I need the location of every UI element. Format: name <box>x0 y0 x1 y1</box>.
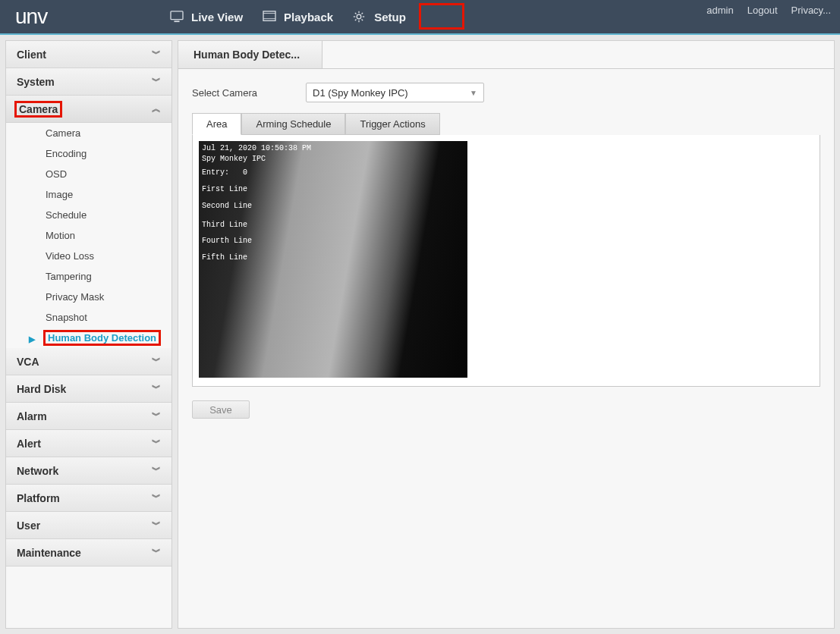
subtabs: Area Arming Schedule Trigger Actions <box>192 113 820 135</box>
sub-schedule[interactable]: Schedule <box>6 205 171 225</box>
nav-setup[interactable]: Setup <box>350 9 409 25</box>
sub-video-loss[interactable]: Video Loss <box>6 246 171 266</box>
overlay-camera-name: Spy Monkey IPC <box>202 155 266 163</box>
tab-arming-schedule[interactable]: Arming Schedule <box>241 113 345 135</box>
svg-rect-1 <box>174 20 179 22</box>
chevron-down-icon: ︾ <box>152 382 161 395</box>
sidebar-item-label: Alarm <box>17 410 47 422</box>
sidebar-item-label: Hard Disk <box>17 383 66 395</box>
sidebar-item-label: Network <box>17 465 58 477</box>
sidebar-item-label: Client <box>17 49 46 61</box>
sidebar-item-network[interactable]: Network ︾ <box>6 457 171 485</box>
save-button[interactable]: Save <box>192 400 250 419</box>
main-panel: Human Body Detec... Select Camera D1 (Sp… <box>178 40 835 629</box>
sidebar-item-client[interactable]: Client ︾ <box>6 41 171 68</box>
sidebar-item-alert[interactable]: Alert ︾ <box>6 430 171 457</box>
monitor-icon <box>170 11 184 23</box>
sub-camera[interactable]: Camera <box>6 123 171 143</box>
sub-human-body-detection[interactable]: ▶ Human Body Detection <box>6 328 171 348</box>
tab-area[interactable]: Area <box>192 113 241 135</box>
page-tabs: Human Body Detec... <box>178 41 834 69</box>
sub-encoding[interactable]: Encoding <box>6 143 171 164</box>
sidebar-item-user[interactable]: User ︾ <box>6 512 171 539</box>
sidebar-item-alarm[interactable]: Alarm ︾ <box>6 403 171 430</box>
top-bar: unv Live View Playback Setup admin Logou… <box>0 0 840 35</box>
link-admin[interactable]: admin <box>706 5 733 16</box>
nav-live-view-label: Live View <box>191 11 243 24</box>
select-camera-value: D1 (Spy Monkey IPC) <box>313 87 408 99</box>
sidebar-item-label: Maintenance <box>17 547 81 559</box>
sidebar-item-label: Human Body Detection <box>48 332 156 344</box>
svg-line-11 <box>362 20 363 21</box>
page-tab-hbd[interactable]: Human Body Detec... <box>178 41 322 68</box>
chevron-down-icon: ︾ <box>152 75 161 88</box>
svg-line-12 <box>355 20 357 21</box>
logo: unv <box>0 5 152 29</box>
sidebar-item-hard-disk[interactable]: Hard Disk ︾ <box>6 375 171 403</box>
sub-motion[interactable]: Motion <box>6 225 171 246</box>
svg-rect-0 <box>171 11 183 20</box>
sidebar-item-label: Alert <box>17 438 41 450</box>
chevron-down-icon: ︾ <box>152 48 161 61</box>
overlay-entry: Entry: 0 <box>202 168 247 177</box>
chevron-down-icon: ︾ <box>152 519 161 532</box>
link-logout[interactable]: Logout <box>747 5 778 16</box>
sidebar-item-label: User <box>17 519 40 532</box>
nav-setup-label: Setup <box>374 11 406 24</box>
highlight-hbd: Human Body Detection <box>43 330 161 346</box>
svg-line-10 <box>355 13 357 14</box>
overlay-line-1: First Line <box>202 185 247 193</box>
sub-osd[interactable]: OSD <box>6 164 171 184</box>
sidebar-item-maintenance[interactable]: Maintenance ︾ <box>6 539 171 567</box>
select-camera-label: Select Camera <box>192 87 306 99</box>
svg-point-5 <box>357 14 361 19</box>
tab-trigger-actions[interactable]: Trigger Actions <box>345 113 439 135</box>
highlight-camera: Camera <box>14 101 62 118</box>
overlay-timestamp: Jul 21, 2020 10:50:38 PM <box>202 144 311 152</box>
sidebar-item-system[interactable]: System ︾ <box>6 68 171 96</box>
sub-tampering[interactable]: Tampering <box>6 266 171 287</box>
user-links: admin Logout Privacy... <box>706 5 840 16</box>
overlay-line-2: Second Line <box>202 202 252 210</box>
nav-playback-label: Playback <box>284 11 333 24</box>
gear-icon <box>353 11 367 23</box>
sidebar-item-label: VCA <box>17 356 39 368</box>
overlay-line-5: Fifth Line <box>202 253 247 262</box>
film-icon <box>263 11 276 23</box>
chevron-down-icon: ︾ <box>152 410 161 422</box>
triangle-right-icon: ▶ <box>29 334 35 344</box>
sidebar-item-label: System <box>17 76 55 88</box>
camera-submenu: Camera Encoding OSD Image Schedule Motio… <box>6 123 171 348</box>
link-privacy[interactable]: Privacy... <box>791 5 832 16</box>
chevron-down-icon: ▼ <box>470 89 477 97</box>
svg-rect-2 <box>263 11 275 20</box>
chevron-down-icon: ︾ <box>152 546 161 559</box>
overlay-line-3: Third Line <box>202 221 247 229</box>
svg-line-13 <box>362 13 363 14</box>
sidebar: Client ︾ System ︾ Camera ︽ Camera Encodi… <box>5 40 172 629</box>
sub-privacy-mask[interactable]: Privacy Mask <box>6 287 171 307</box>
camera-preview[interactable]: Jul 21, 2020 10:50:38 PM Spy Monkey IPC … <box>199 141 467 378</box>
chevron-down-icon: ︾ <box>152 437 161 450</box>
select-camera-dropdown[interactable]: D1 (Spy Monkey IPC) ▼ <box>306 83 484 102</box>
chevron-down-icon: ︾ <box>152 491 161 504</box>
main-nav: Live View Playback Setup <box>167 9 409 25</box>
sidebar-item-label: Camera <box>19 103 58 115</box>
sidebar-item-platform[interactable]: Platform ︾ <box>6 485 171 512</box>
sidebar-item-camera[interactable]: Camera ︽ <box>6 96 171 123</box>
overlay-line-4: Fourth Line <box>202 237 252 245</box>
nav-playback[interactable]: Playback <box>260 9 336 25</box>
chevron-down-icon: ︾ <box>152 464 161 477</box>
chevron-down-icon: ︾ <box>152 355 161 368</box>
chevron-up-icon: ︽ <box>152 102 161 115</box>
highlight-setup <box>419 3 464 30</box>
sidebar-item-vca[interactable]: VCA ︾ <box>6 348 171 375</box>
nav-live-view[interactable]: Live View <box>167 9 246 25</box>
tab-content-area: Jul 21, 2020 10:50:38 PM Spy Monkey IPC … <box>192 135 820 387</box>
sidebar-item-label: Platform <box>17 492 60 504</box>
sub-snapshot[interactable]: Snapshot <box>6 307 171 328</box>
sub-image[interactable]: Image <box>6 184 171 205</box>
